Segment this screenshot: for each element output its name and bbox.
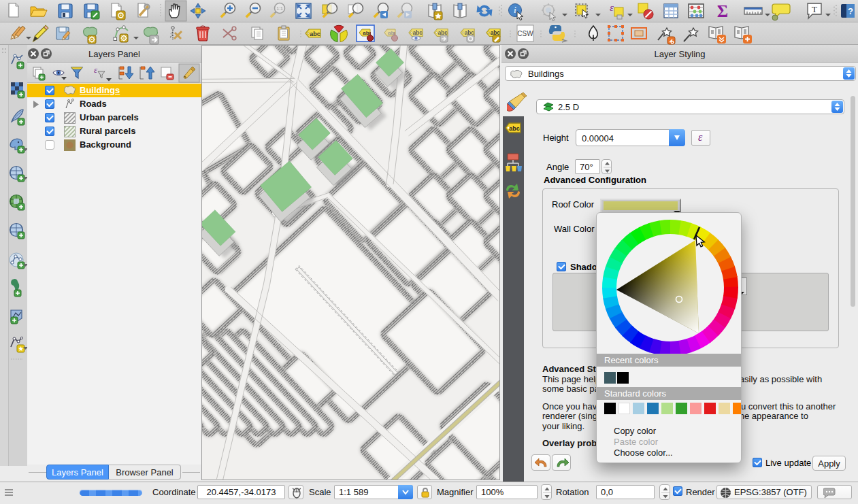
svg-text:?: ?	[848, 6, 853, 16]
svg-text:CSW: CSW	[517, 30, 533, 37]
svg-text:T: T	[812, 4, 817, 14]
svg-text:Σ: Σ	[717, 2, 728, 20]
svg-text:ε: ε	[610, 2, 614, 13]
svg-text:1:1: 1:1	[276, 6, 283, 11]
svg-text:abc: abc	[509, 125, 520, 132]
svg-text:ab: ab	[363, 30, 369, 36]
svg-text:ε: ε	[94, 65, 98, 75]
